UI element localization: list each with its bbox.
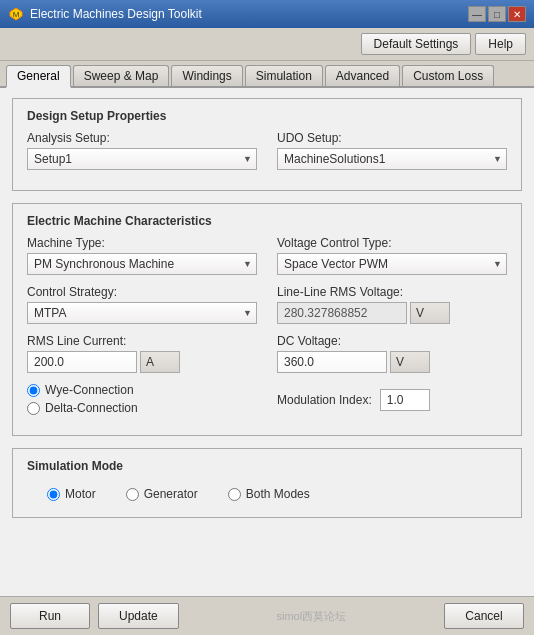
control-strategy-label: Control Strategy: — [27, 285, 257, 299]
tab-custom-loss[interactable]: Custom Loss — [402, 65, 494, 86]
analysis-setup-label: Analysis Setup: — [27, 131, 257, 145]
wye-connection-option[interactable]: Wye-Connection — [27, 383, 257, 397]
dc-voltage-unit-select[interactable]: V kV — [390, 351, 430, 373]
simulation-mode-section: Simulation Mode Motor Generator Both Mod… — [12, 448, 522, 518]
simulation-mode-radio-row: Motor Generator Both Modes — [27, 481, 507, 507]
modulation-index-row: Modulation Index: — [277, 389, 507, 411]
both-modes-radio[interactable] — [228, 488, 241, 501]
app-title: Electric Machines Design Toolkit — [30, 7, 202, 21]
udo-setup-select[interactable]: MachineSolutions1 — [277, 148, 507, 170]
modulation-index-group: Modulation Index: — [277, 383, 507, 415]
both-modes-label: Both Modes — [246, 487, 310, 501]
delta-connection-radio[interactable] — [27, 402, 40, 415]
dc-voltage-group: DC Voltage: V kV — [277, 334, 507, 373]
machine-type-select-wrapper: PM Synchronous Machine Induction Machine… — [27, 253, 257, 275]
title-bar: M Electric Machines Design Toolkit — □ ✕ — [0, 0, 534, 28]
machine-type-row: Machine Type: PM Synchronous Machine Ind… — [27, 236, 507, 275]
voltage-control-select-wrapper: Space Vector PWM Sinusoidal Id=0 — [277, 253, 507, 275]
connection-radio-group: Wye-Connection Delta-Connection — [27, 383, 257, 415]
udo-setup-select-wrapper: MachineSolutions1 — [277, 148, 507, 170]
cancel-button[interactable]: Cancel — [444, 603, 524, 629]
machine-characteristics-title: Electric Machine Characteristics — [27, 214, 507, 228]
udo-setup-label: UDO Setup: — [277, 131, 507, 145]
content-area: Design Setup Properties Analysis Setup: … — [0, 88, 534, 596]
dc-voltage-input-row: V kV — [277, 351, 507, 373]
motor-radio[interactable] — [47, 488, 60, 501]
rms-current-group: RMS Line Current: A mA — [27, 334, 257, 373]
close-button[interactable]: ✕ — [508, 6, 526, 22]
tab-simulation[interactable]: Simulation — [245, 65, 323, 86]
tab-sweep-map[interactable]: Sweep & Map — [73, 65, 170, 86]
help-button[interactable]: Help — [475, 33, 526, 55]
control-strategy-select-wrapper: MTPA MTPV Id=0 — [27, 302, 257, 324]
tab-advanced[interactable]: Advanced — [325, 65, 400, 86]
delta-connection-label: Delta-Connection — [45, 401, 138, 415]
control-strategy-select[interactable]: MTPA MTPV Id=0 — [27, 302, 257, 324]
window-controls: — □ ✕ — [468, 6, 526, 22]
design-setup-section: Design Setup Properties Analysis Setup: … — [12, 98, 522, 191]
control-strategy-group: Control Strategy: MTPA MTPV Id=0 — [27, 285, 257, 324]
both-modes-option[interactable]: Both Modes — [228, 487, 310, 501]
toolbar: Default Settings Help — [0, 28, 534, 61]
tab-windings[interactable]: Windings — [171, 65, 242, 86]
motor-option[interactable]: Motor — [47, 487, 96, 501]
run-button[interactable]: Run — [10, 603, 90, 629]
main-container: Default Settings Help General Sweep & Ma… — [0, 28, 534, 635]
connection-group: Wye-Connection Delta-Connection — [27, 383, 257, 415]
motor-label: Motor — [65, 487, 96, 501]
machine-type-group: Machine Type: PM Synchronous Machine Ind… — [27, 236, 257, 275]
generator-label: Generator — [144, 487, 198, 501]
rms-current-input-row: A mA — [27, 351, 257, 373]
voltage-control-label: Voltage Control Type: — [277, 236, 507, 250]
update-button[interactable]: Update — [98, 603, 179, 629]
dc-voltage-label: DC Voltage: — [277, 334, 507, 348]
analysis-setup-select-wrapper: Setup1 Setup2 — [27, 148, 257, 170]
machine-characteristics-section: Electric Machine Characteristics Machine… — [12, 203, 522, 436]
line-line-voltage-input-row: V kV — [277, 302, 507, 324]
design-setup-row: Analysis Setup: Setup1 Setup2 UDO Setup:… — [27, 131, 507, 170]
rms-current-label: RMS Line Current: — [27, 334, 257, 348]
wye-connection-radio[interactable] — [27, 384, 40, 397]
line-line-voltage-unit-select[interactable]: V kV — [410, 302, 450, 324]
analysis-setup-select[interactable]: Setup1 Setup2 — [27, 148, 257, 170]
minimize-button[interactable]: — — [468, 6, 486, 22]
line-line-voltage-label: Line-Line RMS Voltage: — [277, 285, 507, 299]
delta-connection-option[interactable]: Delta-Connection — [27, 401, 257, 415]
watermark: simol西莫论坛 — [187, 609, 436, 624]
generator-radio[interactable] — [126, 488, 139, 501]
analysis-setup-group: Analysis Setup: Setup1 Setup2 — [27, 131, 257, 170]
dc-voltage-input[interactable] — [277, 351, 387, 373]
voltage-control-select[interactable]: Space Vector PWM Sinusoidal Id=0 — [277, 253, 507, 275]
wye-connection-label: Wye-Connection — [45, 383, 134, 397]
machine-type-select[interactable]: PM Synchronous Machine Induction Machine… — [27, 253, 257, 275]
simulation-mode-title: Simulation Mode — [27, 459, 507, 473]
udo-setup-group: UDO Setup: MachineSolutions1 — [277, 131, 507, 170]
maximize-button[interactable]: □ — [488, 6, 506, 22]
tabs-container: General Sweep & Map Windings Simulation … — [0, 61, 534, 88]
modulation-index-label: Modulation Index: — [277, 393, 372, 407]
modulation-index-input[interactable] — [380, 389, 430, 411]
control-strategy-row: Control Strategy: MTPA MTPV Id=0 Line-Li… — [27, 285, 507, 324]
design-setup-title: Design Setup Properties — [27, 109, 507, 123]
generator-option[interactable]: Generator — [126, 487, 198, 501]
voltage-control-group: Voltage Control Type: Space Vector PWM S… — [277, 236, 507, 275]
bottom-bar: Run Update simol西莫论坛 Cancel — [0, 596, 534, 635]
machine-type-label: Machine Type: — [27, 236, 257, 250]
app-icon: M — [8, 6, 24, 22]
current-voltage-row: RMS Line Current: A mA DC Voltage: — [27, 334, 507, 373]
rms-current-input[interactable] — [27, 351, 137, 373]
connection-mod-row: Wye-Connection Delta-Connection Modulati… — [27, 383, 507, 415]
svg-text:M: M — [13, 10, 20, 19]
default-settings-button[interactable]: Default Settings — [361, 33, 472, 55]
line-line-voltage-group: Line-Line RMS Voltage: V kV — [277, 285, 507, 324]
rms-current-unit-select[interactable]: A mA — [140, 351, 180, 373]
line-line-voltage-input[interactable] — [277, 302, 407, 324]
tab-general[interactable]: General — [6, 65, 71, 88]
